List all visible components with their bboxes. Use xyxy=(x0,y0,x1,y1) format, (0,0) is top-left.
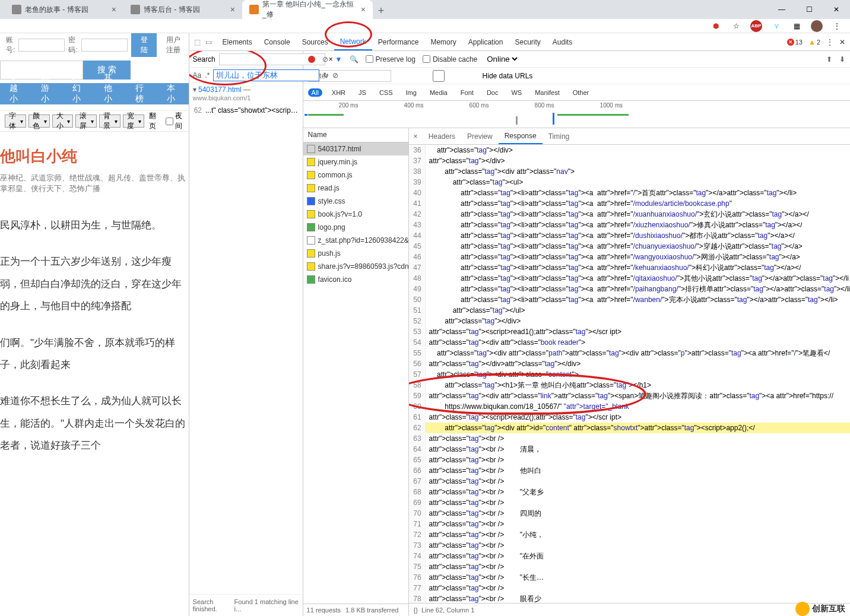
clear-icon[interactable]: ⊘ xyxy=(332,71,338,80)
code-line[interactable]: 68attr">class="tag"><br /> "父老乡 xyxy=(409,487,850,497)
night-mode-checkbox[interactable]: 夜间 xyxy=(166,111,184,131)
request-item[interactable]: z_stat.php?id=1260938422&w... xyxy=(303,234,408,247)
refresh-icon[interactable]: ↻ xyxy=(323,71,329,80)
nav-category[interactable]: 穿越小说 xyxy=(0,72,31,115)
close-icon[interactable]: × xyxy=(361,5,366,14)
response-tab-response[interactable]: Response xyxy=(499,128,543,144)
code-line[interactable]: 43 attr">class="tag"><li>attr">class="ta… xyxy=(409,220,850,230)
avatar-icon[interactable] xyxy=(811,20,823,32)
code-line[interactable]: 78attr">class="tag"><br /> 眼看少 xyxy=(409,593,850,603)
clear-icon[interactable]: ⊘ xyxy=(322,55,328,63)
minimize-button[interactable]: — xyxy=(768,0,795,19)
tab-3[interactable]: 第一章 他叫白小纯_一念永恒_修× xyxy=(242,0,373,19)
settings-icon[interactable]: ⋮ xyxy=(826,38,833,46)
code-line[interactable]: 49 attr">class="tag"><li>attr">class="ta… xyxy=(409,284,850,294)
request-item[interactable]: jquery.min.js xyxy=(303,155,408,169)
devtools-tab-sources[interactable]: Sources xyxy=(296,33,334,50)
nav-category[interactable]: 科幻小说 xyxy=(63,72,94,115)
code-line[interactable]: 56attr">class="tag"></div>attr">class="t… xyxy=(409,358,850,369)
preserve-log-checkbox[interactable]: Preserve log xyxy=(366,55,416,63)
code-line[interactable]: 59attr">class="tag"><div attr">class="li… xyxy=(409,390,850,401)
nav-category[interactable]: 网游小说 xyxy=(31,72,63,115)
response-body[interactable]: 36 attr">class="tag"></div>37attr">class… xyxy=(409,145,850,603)
code-line[interactable]: 46 attr">class="tag"><li>attr">class="ta… xyxy=(409,252,850,262)
request-item[interactable]: common.js xyxy=(303,169,408,182)
close-icon[interactable]: × xyxy=(409,132,423,141)
code-line[interactable]: 61attr">class="tag"><script>read2();attr… xyxy=(409,412,850,423)
hide-data-urls-checkbox[interactable]: Hide data URLs xyxy=(397,70,533,82)
password-input[interactable] xyxy=(81,39,128,52)
bird-icon[interactable]: ⋎ xyxy=(770,20,782,32)
filter-manifest[interactable]: Manifest xyxy=(531,88,563,97)
filter-xhr[interactable]: XHR xyxy=(328,88,349,97)
timeline[interactable]: 200 ms400 ms600 ms800 ms1000 ms xyxy=(303,101,850,128)
request-item[interactable]: logo.png xyxy=(303,221,408,234)
code-line[interactable]: 72attr">class="tag"><br /> "小纯， xyxy=(409,529,850,540)
request-item[interactable]: book.js?v=1.0 xyxy=(303,208,408,221)
filter-css[interactable]: CSS xyxy=(376,88,397,97)
nav-category[interactable]: 其他小说 xyxy=(94,72,126,115)
code-line[interactable]: 39 attr">class="tag"><ul> xyxy=(409,177,850,188)
tab-2[interactable]: 博客后台 - 博客园× xyxy=(123,0,242,19)
close-button[interactable]: ✕ xyxy=(823,0,850,19)
format-icon[interactable]: {} xyxy=(414,607,418,614)
code-line[interactable]: 42 attr">class="tag"><li>attr">class="ta… xyxy=(409,209,850,220)
code-line[interactable]: 48 attr">class="tag"><li>attr">class="ta… xyxy=(409,273,850,284)
abp-icon[interactable]: ABP xyxy=(750,20,762,32)
request-item[interactable]: share.js?v=89860593.js?cdnver... xyxy=(303,260,408,273)
nav-category[interactable]: 完本小说 xyxy=(157,72,189,115)
code-line[interactable]: 38 attr">class="tag"><div attr">class="n… xyxy=(409,166,850,177)
code-line[interactable]: 66attr">class="tag"><br /> 他叫白 xyxy=(409,465,850,476)
response-tab-preview[interactable]: Preview xyxy=(461,128,499,144)
request-item[interactable]: read.js xyxy=(303,182,408,195)
devtools-tab-elements[interactable]: Elements xyxy=(217,33,258,50)
star-icon[interactable]: ☆ xyxy=(730,20,742,32)
filter-ws[interactable]: WS xyxy=(508,88,525,97)
devtools-tab-network[interactable]: Network xyxy=(334,33,372,50)
devtools-tab-application[interactable]: Application xyxy=(462,33,509,50)
request-item[interactable]: style.css xyxy=(303,195,408,208)
regex-icon[interactable]: .* xyxy=(205,71,210,80)
code-line[interactable]: 75attr">class="tag"><br /> xyxy=(409,561,850,572)
code-line[interactable]: 63attr">class="tag"><br /> xyxy=(409,433,850,444)
reader-option-select[interactable]: 字体 xyxy=(5,115,26,128)
request-item[interactable]: favicon.ico xyxy=(303,273,408,286)
device-icon[interactable]: ▭ xyxy=(205,38,212,46)
reader-option-select[interactable]: 宽度 xyxy=(123,115,144,128)
devtools-tab-memory[interactable]: Memory xyxy=(424,33,462,50)
devtools-tab-console[interactable]: Console xyxy=(258,33,296,50)
code-line[interactable]: 36 attr">class="tag"></div> xyxy=(409,145,850,155)
reader-option-select[interactable]: 滚屏 xyxy=(75,115,97,128)
warning-count[interactable]: ▲2 xyxy=(808,38,820,46)
upload-icon[interactable]: ⬆ xyxy=(826,55,832,63)
maximize-button[interactable]: ☐ xyxy=(795,0,823,19)
request-item[interactable]: 5403177.html xyxy=(303,142,408,155)
register-link[interactable]: 用户注册 xyxy=(166,35,182,55)
code-line[interactable]: 44 attr">class="tag"><li>attr">class="ta… xyxy=(409,230,850,241)
code-line[interactable]: 50 attr">class="tag"><li>attr">class="ta… xyxy=(409,294,850,305)
inspect-icon[interactable]: ⬚ xyxy=(194,38,201,46)
code-line[interactable]: 45 attr">class="tag"><li>attr">class="ta… xyxy=(409,241,850,252)
code-line[interactable]: 40 attr">class="tag"><li>attr">class="ta… xyxy=(409,188,850,198)
error-count[interactable]: ✕13 xyxy=(787,39,803,46)
code-line[interactable]: 41 attr">class="tag"><li>attr">class="ta… xyxy=(409,198,850,209)
filter-doc[interactable]: Doc xyxy=(483,88,502,97)
name-column-header[interactable]: Name xyxy=(303,128,408,142)
code-line[interactable]: 37attr">class="tag"></div> xyxy=(409,155,850,166)
new-tab-button[interactable]: + xyxy=(373,2,389,19)
search-result-file[interactable]: ▾ 5403177.html — www.biqukan.com/1 xyxy=(189,83,303,104)
shield-icon[interactable]: ⬢ xyxy=(710,20,722,32)
code-line[interactable]: 69attr">class="tag"><br /> xyxy=(409,497,850,508)
grid-icon[interactable]: ▦ xyxy=(791,20,803,32)
filter-img[interactable]: Img xyxy=(402,88,420,97)
code-line[interactable]: 52 attr">class="tag"></div> xyxy=(409,316,850,326)
code-line[interactable]: 70attr">class="tag"><br /> 四周的 xyxy=(409,508,850,519)
throttle-select[interactable]: Online xyxy=(484,54,519,64)
code-line[interactable]: 55 attr">class="tag"><div attr">class="p… xyxy=(409,348,850,358)
filter-other[interactable]: Other xyxy=(569,88,593,97)
code-line[interactable]: 74attr">class="tag"><br /> "在外面 xyxy=(409,551,850,561)
code-line[interactable]: 62 attr">class="tag"><div attr">id="cont… xyxy=(409,423,850,433)
close-icon[interactable]: × xyxy=(112,5,116,14)
request-item[interactable]: push.js xyxy=(303,247,408,260)
menu-icon[interactable]: ⋮ xyxy=(831,20,843,32)
